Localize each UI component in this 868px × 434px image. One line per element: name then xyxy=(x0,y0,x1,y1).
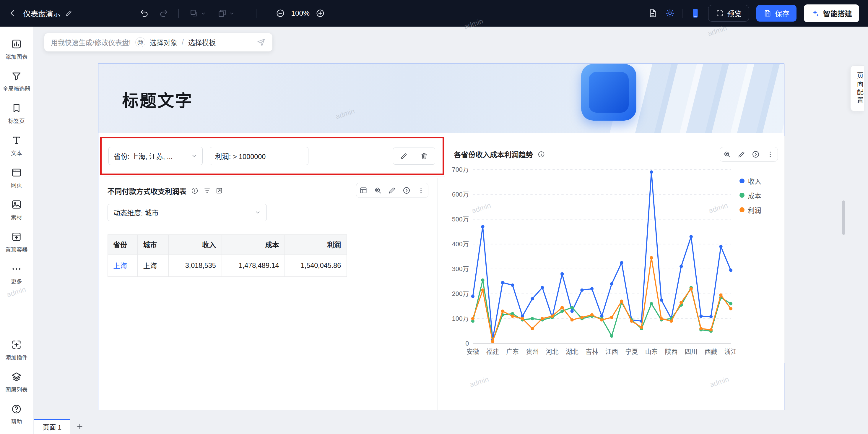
pin-container-icon xyxy=(11,231,22,242)
table-card[interactable]: 不同付款方式收支利润表 xyxy=(104,178,438,410)
info-icon[interactable] xyxy=(537,150,545,158)
pencil-icon xyxy=(400,152,408,160)
info-icon[interactable] xyxy=(191,187,198,195)
sidebar-item-add-chart[interactable]: 添加图表 xyxy=(0,33,32,65)
query-search-button[interactable] xyxy=(720,147,735,162)
banner[interactable]: 标题文字 xyxy=(98,64,784,133)
sidebar-item-label: 帮助 xyxy=(11,417,22,425)
filter-lines-icon[interactable] xyxy=(203,187,211,195)
preview-button[interactable]: 预览 xyxy=(708,5,749,22)
chart-legend: 收入 成本 利润 xyxy=(740,176,761,358)
export-icon[interactable] xyxy=(215,187,223,195)
pencil-icon xyxy=(65,9,73,17)
container-chevron[interactable] xyxy=(229,10,235,17)
redo-icon xyxy=(159,8,168,18)
edit-chart-button[interactable] xyxy=(385,183,399,198)
chevron-left-icon xyxy=(8,8,18,18)
card-toolbar xyxy=(356,183,429,198)
undo-icon xyxy=(140,8,149,18)
search-lines-icon xyxy=(723,150,731,158)
svg-text:0: 0 xyxy=(465,340,469,347)
vertical-scrollbar[interactable] xyxy=(842,200,845,235)
dashboard-editor: 仪表盘演示 xyxy=(0,0,868,434)
cell-province-link[interactable]: 上海 xyxy=(107,255,137,277)
sidebar-item-pin-container[interactable]: 置顶容器 xyxy=(0,226,32,258)
ai-prompt-bar[interactable]: 用我快速生成/修改仪表盘! @ 选择对象 / 选择模板 xyxy=(44,33,272,52)
smart-build-label: 智能搭建 xyxy=(823,8,852,18)
sidebar-item-help[interactable]: 帮助 xyxy=(0,398,32,430)
settings-gear-button[interactable] xyxy=(665,8,675,18)
sidebar-item-webpage[interactable]: 网页 xyxy=(0,162,32,194)
sidebar-item-layer-list[interactable]: 图层列表 xyxy=(0,366,32,399)
col-header: 收入 xyxy=(168,234,222,254)
sidebar-item-add-plugin[interactable]: 添加插件 xyxy=(0,334,32,366)
field-table-button[interactable] xyxy=(356,183,371,198)
ai-prompt-placeholder: 用我快速生成/修改仪表盘! xyxy=(51,37,131,47)
divider xyxy=(178,9,179,18)
save-icon xyxy=(764,9,772,18)
sidebar-item-text[interactable]: 文本 xyxy=(0,129,32,162)
svg-text:300万: 300万 xyxy=(452,265,469,272)
select-object-button[interactable]: 选择对象 xyxy=(150,37,178,47)
page-config-tab[interactable]: 页面配置 xyxy=(850,65,864,112)
delete-filter-button[interactable] xyxy=(414,148,435,164)
expand-button[interactable] xyxy=(399,183,414,198)
zoom-in-button[interactable] xyxy=(315,8,325,18)
page-tab-1[interactable]: 页面 1 xyxy=(34,419,70,434)
sidebar-item-more[interactable]: 更多 xyxy=(0,258,32,290)
at-mention-icon[interactable]: @ xyxy=(135,37,145,47)
sidebar-item-tab-page[interactable]: 标签页 xyxy=(0,97,32,130)
legend-item-income[interactable]: 收入 xyxy=(740,176,761,186)
profit-filter-input[interactable]: 利润: > 1000000 xyxy=(210,147,308,165)
group-chevron[interactable] xyxy=(200,10,207,17)
rename-button[interactable] xyxy=(65,9,73,17)
add-page-button[interactable] xyxy=(70,419,90,434)
sidebar-item-global-filter[interactable]: 全局筛选器 xyxy=(0,65,32,97)
select-template-button[interactable]: 选择模板 xyxy=(188,37,216,47)
cell-city: 上海 xyxy=(137,255,168,277)
query-filter-bar[interactable]: 省份: 上海, 江苏, ... 利润: > 1000000 xyxy=(104,136,445,176)
back-button[interactable] xyxy=(8,8,18,18)
divider xyxy=(682,9,683,18)
dimension-select[interactable]: 动态维度: 城市 xyxy=(107,204,267,221)
undo-button[interactable] xyxy=(140,8,149,18)
send-button[interactable] xyxy=(256,37,266,47)
col-header: 利润 xyxy=(285,234,347,254)
svg-text:600万: 600万 xyxy=(452,191,469,198)
more-menu-button[interactable] xyxy=(763,147,778,162)
mobile-preview-button[interactable] xyxy=(690,8,701,19)
save-label: 保存 xyxy=(775,8,789,18)
dashboard-canvas[interactable]: 标题文字 省份: 上海, 江苏, ... 利润: > 1000000 xyxy=(98,63,784,410)
smart-build-button[interactable]: 智能搭建 xyxy=(804,4,859,22)
svg-text:安徽: 安徽 xyxy=(466,348,479,355)
sparkle-icon xyxy=(811,9,820,18)
province-filter-select[interactable]: 省份: 上海, 江苏, ... xyxy=(108,147,203,165)
container-button[interactable] xyxy=(217,8,227,18)
slash-separator: / xyxy=(182,38,184,47)
publish-doc-button[interactable] xyxy=(648,8,658,18)
legend-item-cost[interactable]: 成本 xyxy=(740,191,761,200)
banner-blue-card xyxy=(581,64,637,120)
chart-card-title: 各省份收入成本利润趋势 xyxy=(454,149,533,160)
svg-text:湖北: 湖北 xyxy=(566,348,579,355)
legend-dot xyxy=(740,207,745,212)
svg-text:浙江: 浙江 xyxy=(724,348,736,355)
more-menu-button[interactable] xyxy=(414,183,428,198)
redo-button[interactable] xyxy=(159,8,168,18)
minus-circle-icon xyxy=(276,8,285,18)
legend-item-profit[interactable]: 利润 xyxy=(740,205,761,214)
edit-filter-button[interactable] xyxy=(394,148,414,164)
profit-filter-value: 利润: > 1000000 xyxy=(215,151,266,161)
zoom-out-button[interactable] xyxy=(276,8,285,18)
group-button[interactable] xyxy=(189,8,199,18)
edit-chart-button[interactable] xyxy=(734,147,749,162)
query-search-button[interactable] xyxy=(370,183,385,198)
expand-button[interactable] xyxy=(749,147,763,162)
dashboard-title: 仪表盘演示 xyxy=(23,8,61,19)
trend-chart-card[interactable]: 各省份收入成本利润趋势 xyxy=(445,136,785,363)
save-button[interactable]: 保存 xyxy=(756,5,797,22)
card-toolbar xyxy=(720,147,778,162)
circle-arrow-right-icon xyxy=(752,150,760,158)
sidebar-item-media[interactable]: 素材 xyxy=(0,194,32,226)
group-icon xyxy=(189,8,199,18)
